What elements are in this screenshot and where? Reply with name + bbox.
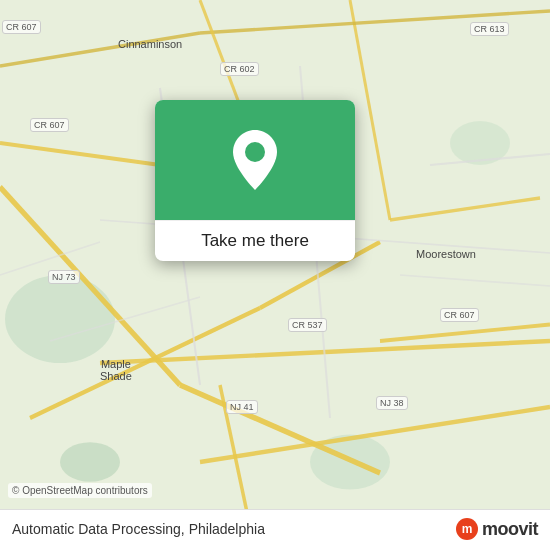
svg-point-0 [5, 275, 115, 363]
roads-overlay [0, 0, 550, 550]
moovit-icon-letter: m [462, 522, 473, 536]
svg-line-22 [400, 275, 550, 286]
road-label-cr613: CR 613 [470, 22, 509, 36]
bottom-bar: Automatic Data Processing, Philadelphia … [0, 509, 550, 550]
location-popup[interactable]: Take me there [155, 100, 355, 261]
location-name: Automatic Data Processing [12, 521, 181, 537]
road-label-nj38: NJ 38 [376, 396, 408, 410]
road-label-nj73: NJ 73 [48, 270, 80, 284]
copyright-text: © OpenStreetMap contributors [8, 483, 152, 498]
moovit-brand-name: moovit [482, 519, 538, 540]
svg-line-15 [0, 33, 200, 66]
moovit-dot-icon: m [456, 518, 478, 540]
popup-green-header [155, 100, 355, 220]
svg-line-11 [380, 325, 550, 342]
location-city: Philadelphia [189, 521, 265, 537]
road-label-cr607-tl: CR 607 [2, 20, 41, 34]
svg-line-13 [390, 198, 540, 220]
road-label-cr537: CR 537 [288, 318, 327, 332]
take-me-there-button[interactable]: Take me there [155, 220, 355, 261]
location-pin-icon [229, 130, 281, 190]
road-label-cr607-ml: CR 607 [30, 118, 69, 132]
location-city-separator: , [181, 521, 189, 537]
svg-point-25 [245, 142, 265, 162]
svg-line-10 [0, 143, 160, 165]
moovit-logo: m moovit [456, 518, 538, 540]
location-info: Automatic Data Processing, Philadelphia [12, 521, 265, 537]
svg-point-3 [60, 442, 120, 482]
road-label-nj41: NJ 41 [226, 400, 258, 414]
map-container: Cinnaminson Moorestown MapleShade CR 607… [0, 0, 550, 550]
road-label-cr607-r: CR 607 [440, 308, 479, 322]
road-label-cr602: CR 602 [220, 62, 259, 76]
svg-line-12 [350, 0, 390, 220]
